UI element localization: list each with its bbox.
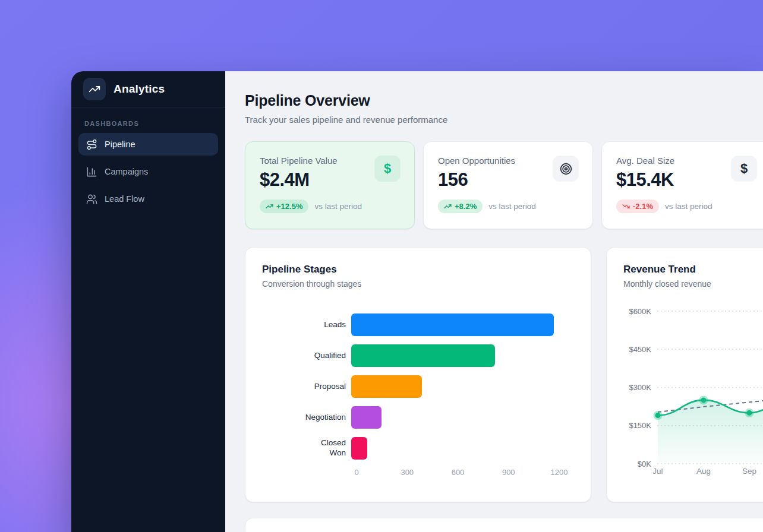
change-value: -2.1%	[633, 202, 653, 211]
x-axis-tick: 900	[502, 468, 515, 477]
bar-row: Closed Won	[262, 437, 574, 460]
route-icon	[86, 139, 97, 150]
bar-category-label: Proposal	[262, 382, 351, 392]
trending-up-icon	[444, 202, 452, 210]
x-axis-label: Aug	[696, 467, 711, 476]
stage-bar-chart: LeadsQualifiedProposalNegotiationClosed …	[262, 314, 574, 460]
dollar-icon: $	[384, 161, 391, 176]
kpi-card-total-pipeline-value: Total Pipeline Value $2.4M +12.5% vs las…	[245, 141, 415, 229]
x-axis-tick: 600	[452, 468, 465, 477]
bar-track	[351, 406, 574, 429]
revenue-trend-card: $600K$450K$300K$150K$0KJulAugSepOct Reve…	[606, 247, 763, 502]
chart-title: Pipeline Stages	[262, 264, 574, 276]
y-axis-label: $600K	[629, 307, 651, 316]
bar-track	[351, 375, 574, 398]
sidebar-section-label: DASHBOARDS	[84, 120, 212, 127]
compare-label: vs last period	[314, 202, 362, 211]
bar-category-label: Closed Won	[262, 438, 351, 458]
bar-row: Proposal	[262, 375, 574, 398]
bar	[351, 406, 382, 429]
chart-subtitle: Conversion through stages	[262, 279, 574, 289]
page-title: Pipeline Overview	[245, 92, 763, 109]
x-axis-tick: 300	[401, 468, 414, 477]
data-point	[701, 397, 707, 403]
sidebar-item-label: Lead Flow	[105, 194, 144, 204]
change-value: +8.2%	[455, 202, 477, 211]
sidebar-item-label: Pipeline	[105, 140, 135, 149]
bar-track	[351, 344, 574, 367]
bar	[351, 375, 422, 398]
bar-category-label: Leads	[262, 320, 351, 330]
bar-row: Qualified	[262, 344, 574, 367]
charts-row: Pipeline Stages Conversion through stage…	[245, 247, 763, 502]
compare-label: vs last period	[665, 202, 712, 211]
partially-visible-card	[245, 518, 763, 532]
y-axis-label: $0K	[638, 460, 651, 468]
change-badge: +8.2%	[438, 200, 483, 213]
bar-track	[351, 437, 574, 460]
compare-label: vs last period	[488, 202, 536, 211]
sidebar: Analytics DASHBOARDS Pipeline	[71, 71, 225, 532]
pipeline-stages-card: Pipeline Stages Conversion through stage…	[245, 247, 591, 502]
sidebar-item-pipeline[interactable]: Pipeline	[78, 133, 218, 156]
bar-track	[351, 314, 574, 336]
kpi-icon-box: $	[374, 156, 401, 182]
brand-title: Analytics	[113, 83, 165, 96]
stage-x-axis: 03006009001200	[262, 468, 574, 479]
data-point	[747, 410, 752, 416]
dollar-icon: $	[740, 161, 748, 176]
kpi-card-avg-deal-size: Avg. Deal Size $15.4K -2.1% vs last peri…	[601, 141, 763, 229]
kpi-badge-row: +12.5% vs last period	[260, 200, 400, 213]
y-axis-label: $450K	[629, 345, 651, 354]
revenue-line-chart: $600K$450K$300K$150K$0KJulAugSepOct	[607, 248, 763, 502]
bar	[351, 437, 367, 460]
change-value: +12.5%	[276, 202, 302, 211]
data-point	[655, 413, 661, 418]
target-icon	[559, 162, 573, 176]
bar	[351, 314, 554, 336]
x-axis-label: Jul	[652, 467, 663, 476]
sidebar-item-campaigns[interactable]: Campaigns	[78, 160, 218, 183]
trending-up-icon	[89, 83, 100, 95]
kpi-badge-row: -2.1% vs last period	[616, 200, 756, 213]
sidebar-item-label: Campaigns	[105, 167, 148, 176]
change-badge: +12.5%	[260, 200, 308, 213]
users-icon	[86, 194, 97, 205]
bar	[351, 344, 495, 367]
y-axis-label: $300K	[629, 383, 651, 392]
desktop-background: Analytics DASHBOARDS Pipeline	[0, 0, 763, 532]
y-axis-label: $150K	[629, 421, 651, 430]
trending-down-icon	[622, 202, 630, 210]
kpi-badge-row: +8.2% vs last period	[438, 200, 578, 213]
main-content: Pipeline Overview Track your sales pipel…	[225, 71, 763, 532]
kpi-row: Total Pipeline Value $2.4M +12.5% vs las…	[245, 141, 763, 229]
change-badge: -2.1%	[616, 200, 659, 213]
app-logo	[83, 78, 106, 100]
sidebar-nav: Pipeline Campaigns	[71, 133, 225, 210]
bar-category-label: Negotiation	[262, 413, 351, 423]
kpi-icon-box: $	[731, 156, 757, 182]
page-subtitle: Track your sales pipeline and revenue pe…	[245, 115, 763, 125]
bar-row: Negotiation	[262, 406, 574, 429]
kpi-icon-box	[553, 156, 579, 182]
bar-category-label: Qualified	[262, 351, 351, 361]
bar-row: Leads	[262, 314, 574, 336]
x-axis-label: Sep	[742, 467, 756, 476]
sidebar-item-lead-flow[interactable]: Lead Flow	[78, 188, 218, 210]
kpi-card-open-opportunities: Open Opportunities 156 +8.2% vs last per…	[423, 141, 593, 229]
x-axis-tick: 0	[354, 468, 358, 477]
brand-row: Analytics	[71, 71, 225, 107]
trending-up-icon	[266, 202, 273, 210]
bar-chart-icon	[86, 166, 97, 178]
app-window: Analytics DASHBOARDS Pipeline	[71, 71, 763, 532]
x-axis-tick: 1200	[551, 468, 568, 477]
